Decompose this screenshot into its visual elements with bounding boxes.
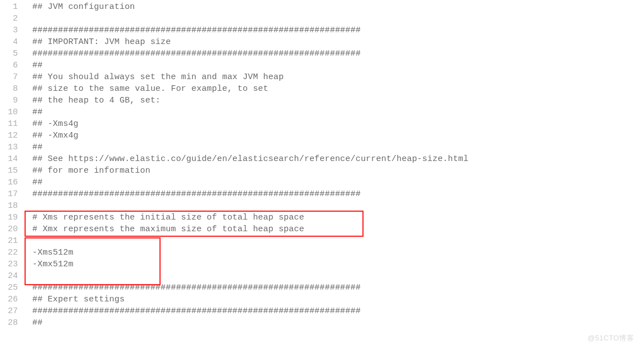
- code-line: [32, 13, 644, 25]
- line-number: 7: [3, 71, 18, 83]
- code-content: ## JVM configuration####################…: [23, 1, 644, 329]
- code-line: ##: [32, 317, 644, 329]
- line-number: 16: [3, 177, 18, 188]
- line-number: 1: [3, 1, 18, 13]
- code-line: ## the heap to 4 GB, set:: [32, 95, 644, 106]
- line-number: 27: [3, 305, 18, 317]
- code-line: # Xmx represents the maximum size of tot…: [32, 223, 644, 235]
- code-line: ##: [32, 177, 644, 188]
- code-line: ########################################…: [32, 305, 644, 317]
- code-line: ########################################…: [32, 188, 644, 200]
- code-line: ## Expert settings: [32, 294, 644, 305]
- code-editor: 1234567891011121314151617181920212223242…: [0, 0, 644, 329]
- line-number: 5: [3, 48, 18, 60]
- code-line: ## -Xmx4g: [32, 130, 644, 142]
- line-number: 10: [3, 106, 18, 118]
- line-number: 24: [3, 270, 18, 282]
- code-line: ########################################…: [32, 48, 644, 60]
- line-number: 20: [3, 223, 18, 235]
- line-number: 11: [3, 118, 18, 130]
- line-number: 22: [3, 247, 18, 259]
- line-number: 6: [3, 60, 18, 71]
- line-number: 2: [3, 13, 18, 25]
- code-line: -Xmx512m: [32, 259, 644, 270]
- line-number: 9: [3, 95, 18, 106]
- line-number: 21: [3, 235, 18, 247]
- line-number: 12: [3, 130, 18, 142]
- code-line: [32, 270, 644, 282]
- code-line: -Xms512m: [32, 247, 644, 259]
- line-number: 3: [3, 25, 18, 36]
- line-number: 15: [3, 165, 18, 177]
- line-number: 8: [3, 83, 18, 95]
- code-line: ## JVM configuration: [32, 1, 644, 13]
- code-line: ## IMPORTANT: JVM heap size: [32, 36, 644, 48]
- line-number: 14: [3, 153, 18, 165]
- line-number: 17: [3, 188, 18, 200]
- line-number: 18: [3, 200, 18, 212]
- code-line: ## See https://www.elastic.co/guide/en/e…: [32, 153, 644, 165]
- code-line: ##: [32, 106, 644, 118]
- line-number: 4: [3, 36, 18, 48]
- code-line: # Xms represents the initial size of tot…: [32, 212, 644, 223]
- line-number-gutter: 1234567891011121314151617181920212223242…: [0, 1, 23, 329]
- line-number: 19: [3, 212, 18, 223]
- line-number: 13: [3, 142, 18, 153]
- code-line: ########################################…: [32, 25, 644, 36]
- line-number: 28: [3, 317, 18, 329]
- code-line: ########################################…: [32, 282, 644, 294]
- watermark: @51CTO博客: [588, 333, 634, 343]
- code-line: ##: [32, 60, 644, 71]
- code-line: ## You should always set the min and max…: [32, 71, 644, 83]
- code-line: [32, 235, 644, 247]
- code-line: [32, 200, 644, 212]
- code-line: ## size to the same value. For example, …: [32, 83, 644, 95]
- code-line: ##: [32, 142, 644, 153]
- line-number: 26: [3, 294, 18, 305]
- line-number: 23: [3, 259, 18, 270]
- line-number: 25: [3, 282, 18, 294]
- code-line: ## -Xms4g: [32, 118, 644, 130]
- code-line: ## for more information: [32, 165, 644, 177]
